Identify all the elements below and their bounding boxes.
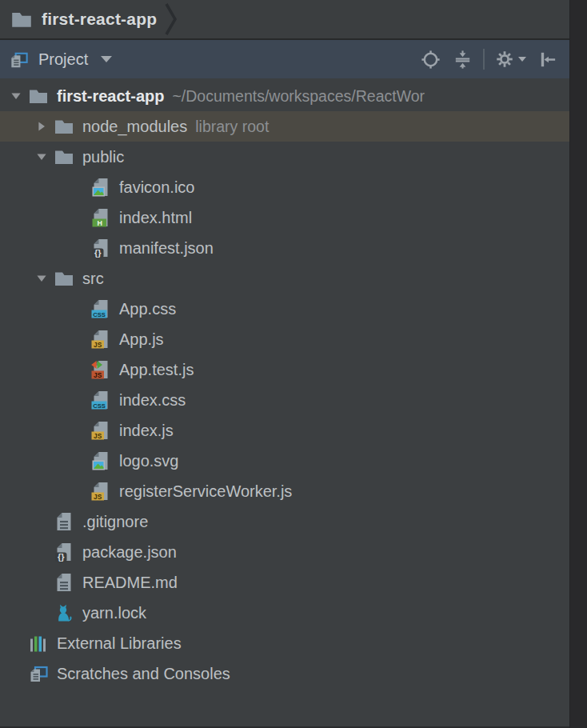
tree-item-label: App.css	[119, 300, 176, 318]
collapse-all-icon	[452, 49, 473, 70]
testjs-icon	[90, 358, 112, 381]
tool-window-header: Project	[0, 40, 569, 78]
hide-panel-button[interactable]	[536, 48, 558, 70]
css-icon	[90, 389, 112, 411]
css-icon	[90, 298, 112, 320]
project-file-tree: first-react-app ~/Documents/workspaces/R…	[0, 78, 569, 726]
tree-item-index-js[interactable]: index.js	[0, 415, 569, 446]
tree-item-label: favicon.ico	[119, 178, 195, 197]
tree-item-label: src	[82, 270, 104, 288]
tree-item-index-css[interactable]: index.css	[0, 385, 569, 415]
tree-item-label: public	[82, 148, 124, 166]
json-icon	[90, 237, 112, 259]
js-icon	[90, 328, 112, 350]
js-icon	[90, 480, 112, 502]
settings-button[interactable]	[494, 49, 526, 70]
breadcrumb-project-name[interactable]: first-react-app	[42, 10, 157, 29]
tree-item-package-json[interactable]: package.json	[0, 537, 569, 567]
tree-item-readme-md[interactable]: README.md	[0, 567, 569, 598]
collapse-all-button[interactable]	[451, 48, 473, 70]
collapse-arrow-icon[interactable]	[10, 90, 22, 102]
tree-item-label: index.html	[119, 209, 192, 227]
folder-icon	[10, 7, 34, 31]
tree-item-annotation: library root	[195, 118, 269, 136]
tree-item-label: logo.svg	[119, 452, 179, 470]
tree-item-registerserviceworker-js[interactable]: registerServiceWorker.js	[0, 476, 569, 506]
folder-icon	[53, 146, 75, 168]
chevron-down-icon	[518, 57, 526, 62]
folder-icon	[53, 115, 75, 138]
tree-item-label: README.md	[82, 574, 178, 592]
text-icon	[53, 571, 75, 594]
tree-item-label: node_modules	[82, 118, 187, 136]
tree-item-logo-svg[interactable]: logo.svg	[0, 446, 569, 476]
tree-item-label: package.json	[82, 543, 177, 562]
json-icon	[53, 541, 75, 563]
tree-item-label: App.js	[119, 330, 164, 349]
tree-item-src[interactable]: src	[0, 263, 569, 294]
tree-item-label: index.css	[119, 391, 186, 410]
tree-item-app-css[interactable]: App.css	[0, 294, 569, 324]
folder-icon	[53, 267, 75, 290]
scratches-icon	[27, 662, 50, 685]
breadcrumb-bar: first-react-app	[0, 0, 569, 40]
tree-item-annotation: ~/Documents/workspaces/ReactWor	[172, 87, 425, 106]
tree-item-label: registerServiceWorker.js	[119, 482, 292, 501]
tree-item-external-libraries[interactable]: External Libraries	[0, 628, 569, 658]
tool-window-title[interactable]: Project	[38, 50, 88, 69]
tree-item-scratches-and-consoles[interactable]: Scratches and Consoles	[0, 658, 569, 689]
tree-item-favicon-ico[interactable]: favicon.ico	[0, 172, 569, 202]
tree-item-node-modules[interactable]: node_modules library root	[0, 111, 569, 142]
breadcrumb-chevron-icon	[165, 2, 178, 37]
tree-item-yarn-lock[interactable]: yarn.lock	[0, 598, 569, 628]
tree-item-index-html[interactable]: index.html	[0, 202, 569, 233]
tree-item-gitignore[interactable]: .gitignore	[0, 506, 569, 537]
locate-file-icon	[420, 49, 441, 70]
tree-item-label: External Libraries	[57, 634, 182, 653]
text-icon	[53, 510, 75, 533]
extlib-icon	[27, 632, 50, 654]
collapse-arrow-icon[interactable]	[35, 150, 48, 163]
toolbar-separator	[483, 49, 485, 70]
tree-item-label: first-react-app	[57, 87, 164, 106]
toolbar-actions	[409, 48, 558, 70]
tree-item-label: yarn.lock	[82, 604, 146, 622]
js-icon	[90, 419, 112, 442]
settings-gear-icon	[494, 49, 515, 70]
folder-icon	[27, 85, 50, 107]
tree-item-label: App.test.js	[119, 361, 194, 379]
locate-file-button[interactable]	[419, 48, 441, 70]
tree-item-label: .gitignore	[82, 513, 148, 531]
tree-item-first-react-app[interactable]: first-react-app ~/Documents/workspaces/R…	[0, 81, 569, 111]
tree-item-label: Scratches and Consoles	[57, 665, 230, 683]
tree-item-label: index.js	[119, 422, 174, 440]
tree-item-app-test-js[interactable]: App.test.js	[0, 354, 569, 385]
expand-arrow-icon[interactable]	[35, 120, 48, 133]
tree-item-label: manifest.json	[119, 239, 214, 258]
html-icon	[90, 206, 112, 229]
tree-item-app-js[interactable]: App.js	[0, 324, 569, 354]
editor-area-edge	[569, 0, 587, 728]
project-view-icon	[8, 49, 30, 70]
tree-item-public[interactable]: public	[0, 142, 569, 172]
chevron-down-icon[interactable]	[101, 56, 112, 62]
project-tool-window: first-react-app Project	[0, 0, 569, 728]
tree-item-manifest-json[interactable]: manifest.json	[0, 233, 569, 263]
image-icon	[90, 176, 112, 198]
hide-panel-icon	[537, 49, 558, 70]
yarn-icon	[53, 602, 75, 624]
collapse-arrow-icon[interactable]	[35, 272, 48, 285]
image-icon	[90, 450, 112, 472]
